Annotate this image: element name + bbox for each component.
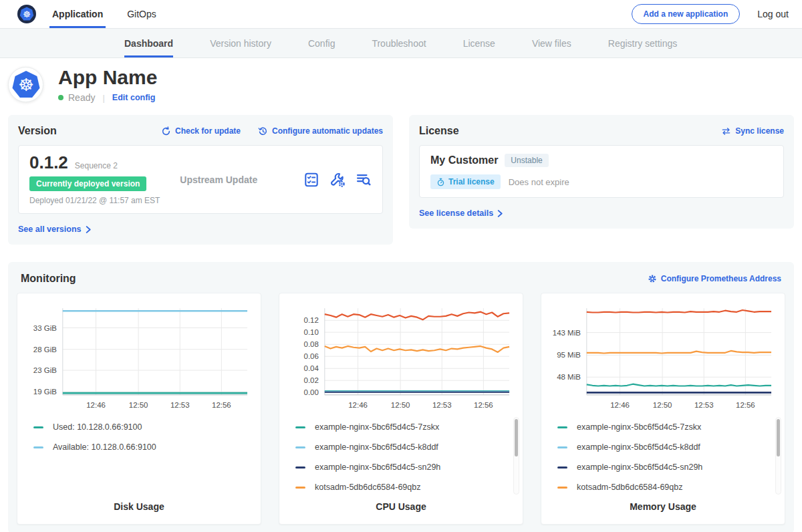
configure-automatic-updates-link[interactable]: Configure automatic updates xyxy=(258,126,383,136)
channel-badge: Unstable xyxy=(505,154,548,167)
tab-config[interactable]: Config xyxy=(308,29,335,57)
legend-item: Used: 10.128.0.66:9100 xyxy=(33,422,249,432)
legend-item: kotsadm-5db6dc6584-69qbz xyxy=(295,483,511,492)
status-badge: Ready xyxy=(68,92,95,103)
preflight-checks-icon[interactable] xyxy=(303,172,319,188)
legend-scrollbar[interactable] xyxy=(775,417,781,495)
topnav-tab-gitops-label: GitOps xyxy=(127,9,156,19)
tab-registry-settings[interactable]: Registry settings xyxy=(608,29,677,57)
svg-text:12:50: 12:50 xyxy=(391,401,410,409)
add-application-button[interactable]: Add a new application xyxy=(632,4,741,24)
chart-plot-svg: 48 MiB95 MiB143 MiB12:4612:5012:5312:56 xyxy=(541,303,785,413)
svg-text:19 GiB: 19 GiB xyxy=(33,388,57,396)
see-license-details-link[interactable]: See license details xyxy=(419,209,503,218)
version-card-title: Version xyxy=(18,125,57,137)
svg-text:23 GiB: 23 GiB xyxy=(33,366,57,374)
legend-item: example-nginx-5bc6f5d4c5-k8ddf xyxy=(557,442,773,452)
chart-plot-svg: 0.000.020.040.060.080.100.1212:4612:5012… xyxy=(279,303,523,413)
clock-history-icon xyxy=(258,126,268,136)
see-license-details-label: See license details xyxy=(419,209,493,218)
tab-dashboard[interactable]: Dashboard xyxy=(124,29,173,57)
svg-text:28 GiB: 28 GiB xyxy=(33,346,57,354)
legend-label: Available: 10.128.0.66:9100 xyxy=(53,442,156,452)
check-for-update-link[interactable]: Check for update xyxy=(161,126,241,136)
tab-view-files[interactable]: View files xyxy=(532,29,571,57)
ready-status-dot xyxy=(58,95,63,100)
cpu-usage-chart-card: 0.000.020.040.060.080.100.1212:4612:5012… xyxy=(279,293,523,525)
svg-text:12:56: 12:56 xyxy=(736,401,755,409)
app-header: ☸ App Name Ready | Edit config xyxy=(0,58,802,115)
disk-usage-legend: Used: 10.128.0.66:9100Available: 10.128.… xyxy=(17,416,261,496)
legend-label: example-nginx-5bc6f5d4c5-7zskx xyxy=(577,422,701,432)
logout-button[interactable]: Log out xyxy=(753,6,793,22)
memory-usage-chart-card: 48 MiB95 MiB143 MiB12:4612:5012:5312:56 … xyxy=(541,293,785,525)
svg-text:12:50: 12:50 xyxy=(653,401,672,409)
see-license-details-row: See license details xyxy=(419,207,784,219)
top-nav: ☸ Application GitOps Add a new applicati… xyxy=(0,0,802,28)
sync-license-link[interactable]: Sync license xyxy=(721,126,784,136)
monitoring-header: Monitoring Configure Prometheus Address xyxy=(17,271,785,293)
configure-prometheus-label: Configure Prometheus Address xyxy=(661,274,781,283)
topnav-tab-application[interactable]: Application xyxy=(49,0,106,28)
legend-scrollbar[interactable] xyxy=(513,417,519,495)
svg-text:0.12: 0.12 xyxy=(304,317,319,325)
svg-text:0.06: 0.06 xyxy=(304,352,319,360)
app-title-block: App Name Ready | Edit config xyxy=(58,66,157,103)
chevron-right-icon xyxy=(497,210,503,217)
tab-license[interactable]: License xyxy=(463,29,495,57)
svg-text:12:50: 12:50 xyxy=(129,401,148,409)
configure-automatic-updates-label: Configure automatic updates xyxy=(272,126,383,136)
version-sequence: Sequence 2 xyxy=(75,161,118,170)
see-all-versions-link[interactable]: See all versions xyxy=(18,225,92,234)
legend-label: example-nginx-5bc6f5d4c5-k8ddf xyxy=(315,442,438,452)
stopwatch-icon xyxy=(436,178,445,186)
license-card-title: License xyxy=(419,125,459,137)
memory-usage-title: Memory Usage xyxy=(541,496,785,524)
tab-version-history[interactable]: Version history xyxy=(210,29,271,57)
version-action-icons xyxy=(303,172,372,188)
version-card: Version Check for update xyxy=(8,115,393,245)
svg-text:143 MiB: 143 MiB xyxy=(553,329,581,337)
disk-usage-chart-card: 19 GiB23 GiB28 GiB33 GiB12:4612:5012:531… xyxy=(17,293,261,525)
app-status-row: Ready | Edit config xyxy=(58,92,157,103)
chevron-right-icon xyxy=(86,226,92,233)
license-type-row: Trial license Does not expire xyxy=(430,174,773,189)
legend-scrollbar-thumb[interactable] xyxy=(777,419,780,456)
tab-config-label: Config xyxy=(308,38,335,49)
tab-license-label: License xyxy=(463,38,495,49)
svg-text:12:53: 12:53 xyxy=(432,401,452,409)
tab-dashboard-label: Dashboard xyxy=(124,38,173,49)
svg-text:12:53: 12:53 xyxy=(694,401,714,409)
version-card-links: Check for update Configure automatic upd… xyxy=(161,126,383,136)
svg-text:33 GiB: 33 GiB xyxy=(33,324,57,332)
license-info-card: My Customer Unstable Trial license Does … xyxy=(419,145,784,198)
legend-item: example-nginx-5bc6f5d4c5-sn29h xyxy=(557,462,773,472)
cards-row: Version Check for update xyxy=(0,115,802,245)
legend-swatch xyxy=(295,487,305,489)
license-card: License Sync license My Customer Unstabl… xyxy=(409,115,794,229)
edit-config-link[interactable]: Edit config xyxy=(112,93,156,102)
memory-usage-legend: example-nginx-5bc6f5d4c5-7zskxexample-ng… xyxy=(541,416,785,496)
edit-config-wrench-icon[interactable] xyxy=(329,172,346,188)
topnav-tab-application-label: Application xyxy=(52,9,103,19)
legend-label: example-nginx-5bc6f5d4c5-sn29h xyxy=(315,462,440,472)
license-card-header: License Sync license xyxy=(419,125,784,137)
legend-swatch xyxy=(557,487,567,489)
status-divider: | xyxy=(102,93,104,103)
legend-scrollbar-thumb[interactable] xyxy=(515,419,518,456)
topnav-tab-gitops[interactable]: GitOps xyxy=(124,0,159,28)
view-diff-icon[interactable] xyxy=(356,172,372,188)
tab-troubleshoot[interactable]: Troubleshoot xyxy=(372,29,426,57)
cpu-usage-legend: example-nginx-5bc6f5d4c5-7zskxexample-ng… xyxy=(279,416,523,496)
legend-label: example-nginx-5bc6f5d4c5-sn29h xyxy=(577,462,702,472)
monitoring-section: Monitoring Configure Prometheus Address … xyxy=(8,262,794,532)
refresh-icon xyxy=(161,126,171,136)
svg-text:0.08: 0.08 xyxy=(304,341,319,349)
customer-name: My Customer xyxy=(430,154,498,166)
configure-prometheus-link[interactable]: Configure Prometheus Address xyxy=(648,274,781,283)
svg-text:12:46: 12:46 xyxy=(610,401,630,409)
gear-icon xyxy=(648,274,657,283)
charts-row: 19 GiB23 GiB28 GiB33 GiB12:4612:5012:531… xyxy=(17,293,785,525)
license-expiry: Does not expire xyxy=(509,177,569,187)
app-sub-nav: Dashboard Version history Config Trouble… xyxy=(0,28,802,58)
